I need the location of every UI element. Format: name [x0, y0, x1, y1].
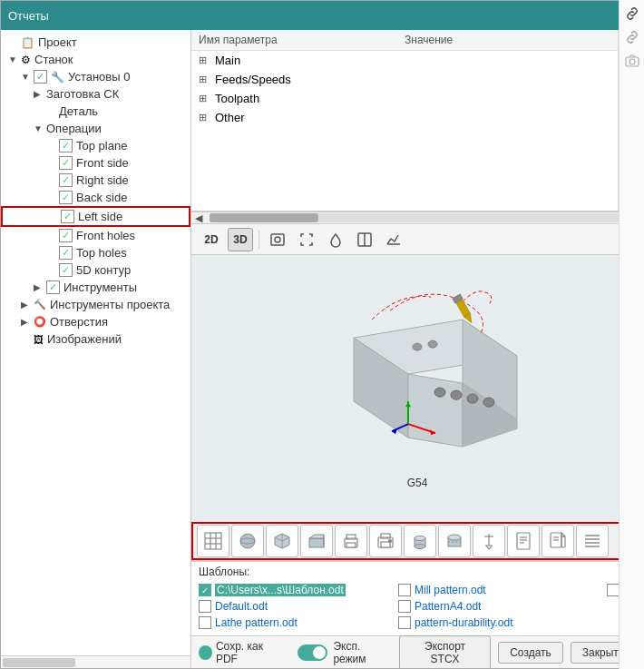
- tree-item-label: Отверстия: [50, 315, 108, 329]
- btn-lines[interactable]: [576, 525, 609, 557]
- btn-doc1[interactable]: [507, 525, 540, 557]
- tree-item-part[interactable]: Деталь: [1, 103, 190, 120]
- params-row-feeds[interactable]: ⊞ Feeds/Speeds: [191, 70, 618, 89]
- svg-rect-40: [346, 543, 356, 547]
- template-label-0: C:\Users\x...s\Шаблон.odt: [215, 584, 346, 596]
- checkbox-front-holes[interactable]: [59, 229, 73, 242]
- viewport-container: G54: [191, 255, 643, 560]
- export-stcx-button[interactable]: Экспорт STCX: [399, 635, 491, 669]
- svg-point-12: [467, 394, 478, 403]
- params-row-other[interactable]: ⊞ Other: [191, 108, 618, 127]
- tree-item-machine[interactable]: ▼ ⚙ Станок: [1, 51, 190, 68]
- checkbox-instruments[interactable]: [46, 280, 60, 294]
- checkbox-back-side[interactable]: [59, 191, 73, 204]
- template-checkbox-0[interactable]: [199, 584, 211, 596]
- btn-3d[interactable]: 3D: [228, 228, 253, 251]
- template-checkbox-4[interactable]: [398, 600, 411, 613]
- params-hscrollbar[interactable]: ◀ ▶: [191, 212, 643, 224]
- checkbox-5d[interactable]: [59, 263, 73, 277]
- template-item-0[interactable]: C:\Users\x...s\Шаблон.odt: [199, 582, 389, 598]
- tree-item-holes[interactable]: ▶ ⭕ Отверстия: [1, 313, 190, 330]
- params-row-toolpath[interactable]: ⊞ Toolpath: [191, 89, 618, 108]
- checkbox-setup0[interactable]: [34, 70, 47, 84]
- expand-icon-toolpath: ⊞: [199, 93, 213, 104]
- tree-item-front-holes[interactable]: Front holes: [1, 227, 190, 244]
- left-scrollbar-thumb[interactable]: [3, 658, 75, 667]
- svg-marker-36: [309, 535, 324, 538]
- tree-item-left-side[interactable]: Left side: [1, 206, 190, 227]
- tree-item-right-side[interactable]: Right side: [1, 172, 190, 189]
- template-label-1: Default.odt: [215, 600, 268, 613]
- toggle-label: Эксп. режим: [333, 640, 392, 665]
- create-button[interactable]: Создать: [498, 642, 563, 664]
- btn-cyl2[interactable]: [438, 525, 471, 557]
- tree-item-top-plane[interactable]: Top plane: [1, 137, 190, 154]
- tree-item-instruments[interactable]: ▶ Инструменты: [1, 279, 190, 296]
- template-checkbox-1[interactable]: [199, 600, 211, 613]
- btn-2d[interactable]: 2D: [199, 228, 224, 251]
- left-panel-scrollbar[interactable]: [1, 655, 190, 668]
- btn-tool1[interactable]: [473, 525, 505, 557]
- btn-droplet[interactable]: [323, 228, 348, 251]
- svg-point-49: [448, 535, 461, 540]
- expand-arrow-ops: ▼: [34, 123, 46, 133]
- template-item-4[interactable]: PatternA4.odt: [398, 598, 598, 615]
- template-checkbox-5[interactable]: [398, 616, 411, 629]
- btn-split[interactable]: [352, 228, 377, 251]
- expand-icon-main: ⊞: [199, 54, 213, 66]
- btn-print2[interactable]: [369, 525, 402, 557]
- btn-screenshot[interactable]: [265, 228, 290, 251]
- export-mode-toggle[interactable]: [298, 644, 328, 661]
- svg-point-1: [275, 237, 280, 242]
- tree-item-5d-contour[interactable]: 5D контур: [1, 261, 190, 279]
- images-icon: 🖼: [34, 334, 44, 345]
- template-item-1[interactable]: Default.odt: [199, 598, 389, 615]
- template-item-3[interactable]: Mill pattern.odt: [398, 582, 598, 598]
- expand-arrow-setup: ▼: [21, 72, 34, 82]
- checkbox-top-holes[interactable]: [59, 246, 73, 260]
- tree-item-project-tools[interactable]: ▶ 🔨 Инструменты проекта: [1, 296, 190, 313]
- checkbox-top-plane[interactable]: [59, 139, 73, 152]
- tree-item-operations[interactable]: ▼ Операции: [1, 120, 190, 137]
- tree-item-project[interactable]: 📋 Проект: [1, 34, 190, 51]
- btn-box[interactable]: [300, 525, 333, 557]
- btn-sphere[interactable]: [231, 525, 264, 557]
- checkbox-front-side[interactable]: [59, 156, 73, 170]
- templates-label: Шаблоны:: [199, 566, 643, 578]
- btn-chart[interactable]: [381, 228, 406, 251]
- template-label-5: pattern-durability.odt: [415, 616, 513, 629]
- tree-item-setup0[interactable]: ▼ 🔧 Установы 0: [1, 68, 190, 85]
- tree-item-label: Back side: [76, 191, 127, 204]
- svg-point-46: [415, 536, 425, 541]
- btn-fit[interactable]: [294, 228, 319, 251]
- viewport-right-buttons: [619, 255, 643, 560]
- tree-item-images[interactable]: 🖼 Изображений: [1, 330, 190, 348]
- model-container: G54: [281, 265, 553, 489]
- project-icon: 📋: [21, 36, 34, 49]
- tree-item-back-side[interactable]: Back side: [1, 189, 190, 206]
- template-checkbox-6[interactable]: [607, 584, 620, 596]
- expand-icon-other: ⊞: [199, 112, 213, 123]
- params-row-main[interactable]: ⊞ Main: [191, 51, 618, 70]
- scroll-left-arrow[interactable]: ◀: [195, 212, 210, 224]
- template-item-2[interactable]: Lathe pattern.odt: [199, 615, 389, 631]
- btn-cyl1[interactable]: [404, 525, 436, 557]
- scroll-thumb[interactable]: [210, 213, 318, 222]
- btn-cube[interactable]: [266, 525, 298, 557]
- template-checkbox-2[interactable]: [199, 616, 211, 629]
- tree-item-front-side[interactable]: Front side: [1, 154, 190, 172]
- btn-print1[interactable]: [335, 525, 367, 557]
- svg-point-10: [434, 388, 445, 397]
- params-col-value: Значение: [405, 34, 610, 46]
- main-window: Отчеты ✕ 📋 Проект ▼ ⚙ Станок: [0, 0, 644, 669]
- tree-item-wcs[interactable]: ▶ Заготовка СК: [1, 85, 190, 103]
- tree-item-label: Деталь: [59, 104, 98, 118]
- btn-grid[interactable]: [197, 525, 229, 557]
- checkbox-right-side[interactable]: [59, 173, 73, 187]
- tree-item-top-holes[interactable]: Top holes: [1, 244, 190, 261]
- checkbox-left-side[interactable]: [61, 210, 74, 223]
- btn-doc2[interactable]: [542, 525, 574, 557]
- template-checkbox-3[interactable]: [398, 584, 411, 596]
- template-item-5[interactable]: pattern-durability.odt: [398, 615, 598, 631]
- svg-marker-8: [408, 374, 463, 447]
